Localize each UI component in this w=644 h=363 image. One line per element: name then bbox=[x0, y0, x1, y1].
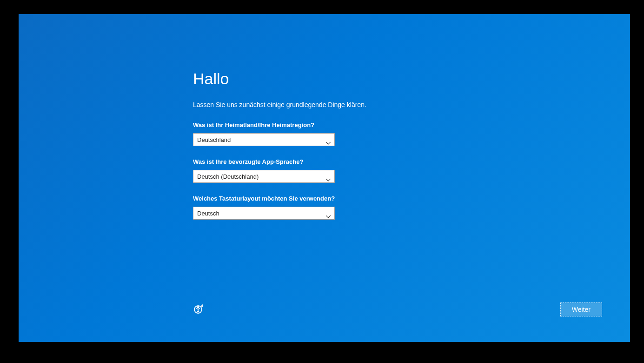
language-dropdown[interactable]: Deutsch (Deutschland) bbox=[193, 170, 335, 183]
next-button[interactable]: Weiter bbox=[560, 302, 602, 316]
keyboard-field-group: Welches Tastaturlayout möchten Sie verwe… bbox=[193, 195, 472, 220]
chevron-down-icon bbox=[326, 175, 331, 180]
language-field-group: Was ist Ihre bevorzugte App-Sprache? Deu… bbox=[193, 158, 472, 183]
chevron-down-icon bbox=[326, 212, 331, 216]
country-label: Was ist Ihr Heimatland/Ihre Heimatregion… bbox=[193, 121, 472, 128]
svg-point-1 bbox=[198, 307, 199, 308]
country-dropdown[interactable]: Deutschland bbox=[193, 133, 335, 146]
page-title: Hallo bbox=[193, 70, 472, 88]
keyboard-label: Welches Tastaturlayout möchten Sie verwe… bbox=[193, 195, 472, 202]
setup-screen: Hallo Lassen Sie uns zunächst einige gru… bbox=[19, 14, 630, 342]
country-value: Deutschland bbox=[197, 136, 331, 143]
bottom-bar: Weiter bbox=[193, 302, 602, 316]
keyboard-value: Deutsch bbox=[197, 210, 331, 217]
content-area: Hallo Lassen Sie uns zunächst einige gru… bbox=[193, 70, 472, 232]
keyboard-dropdown[interactable]: Deutsch bbox=[193, 207, 335, 220]
page-subtitle: Lassen Sie uns zunächst einige grundlege… bbox=[193, 101, 472, 108]
chevron-down-icon bbox=[326, 138, 331, 143]
language-value: Deutsch (Deutschland) bbox=[197, 173, 331, 180]
country-field-group: Was ist Ihr Heimatland/Ihre Heimatregion… bbox=[193, 121, 472, 146]
accessibility-icon[interactable] bbox=[193, 304, 204, 315]
language-label: Was ist Ihre bevorzugte App-Sprache? bbox=[193, 158, 472, 165]
